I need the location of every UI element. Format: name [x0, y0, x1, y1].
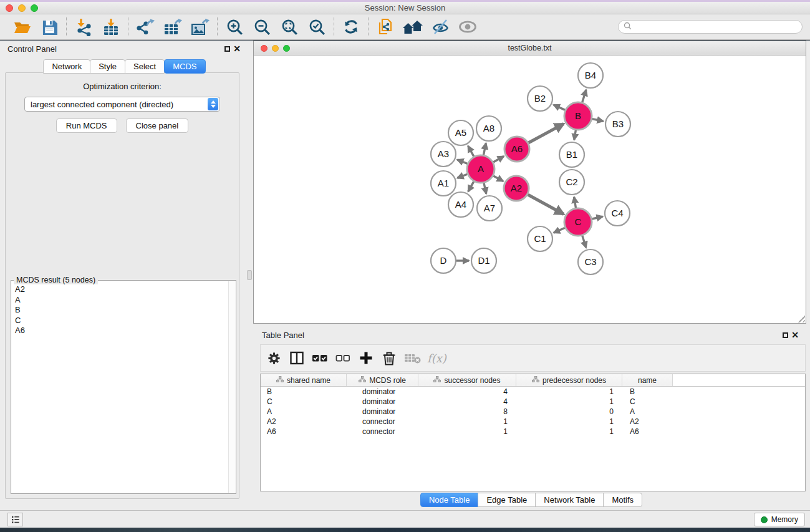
table-row-A2[interactable]: A2connector11A2 — [261, 417, 805, 427]
edge-A-A8[interactable] — [484, 143, 486, 155]
table-panel-float-icon[interactable] — [780, 330, 790, 340]
cell-name[interactable]: A — [622, 407, 673, 417]
table-panel-close-icon[interactable]: ✕ — [790, 330, 800, 340]
tab-motifs[interactable]: Motifs — [603, 493, 642, 507]
network-window-titlebar[interactable]: testGlobe.txt — [254, 41, 806, 56]
network-minimize-traffic-light[interactable] — [272, 45, 279, 52]
cell-shared-name[interactable]: A6 — [261, 427, 347, 437]
mcds-result-item[interactable]: A6 — [15, 326, 228, 336]
mcds-result-item[interactable]: C — [15, 316, 228, 326]
edge-A-A6[interactable] — [493, 157, 504, 162]
edge-A-A5[interactable] — [468, 146, 474, 157]
mcds-result-item[interactable]: B — [15, 305, 228, 316]
clone-network-icon[interactable] — [375, 17, 395, 37]
search-field[interactable] — [618, 20, 803, 34]
cell-predecessor-nodes[interactable]: 1 — [516, 427, 622, 437]
zoom-in-icon[interactable] — [224, 17, 244, 37]
refresh-icon[interactable] — [341, 17, 361, 37]
edge-A6-B[interactable] — [528, 123, 564, 143]
edge-C-C2[interactable] — [574, 197, 576, 208]
cell-mcds-role[interactable]: dominator — [347, 407, 418, 417]
memory-button[interactable]: Memory — [754, 513, 805, 526]
minimize-traffic-light[interactable] — [18, 4, 26, 12]
cell-successor-nodes[interactable]: 1 — [418, 417, 516, 427]
import-network-icon[interactable] — [74, 17, 94, 37]
tab-mcds[interactable]: MCDS — [164, 59, 205, 74]
edge-A-A7[interactable] — [484, 183, 486, 193]
result-scrollbar[interactable] — [228, 281, 235, 493]
cell-successor-nodes[interactable]: 4 — [418, 387, 516, 397]
tab-network-table[interactable]: Network Table — [535, 493, 604, 507]
mcds-result-item[interactable]: A — [15, 295, 228, 306]
cell-shared-name[interactable]: A2 — [261, 417, 347, 427]
network-canvas[interactable]: B4B2BB3A8A5A6A3B1AC2A1A2A4A7C4CC1DD1C3 — [254, 56, 806, 323]
cell-name[interactable]: C — [622, 397, 673, 407]
open-folder-icon[interactable] — [12, 17, 32, 37]
edge-A-A1[interactable] — [457, 174, 467, 178]
cell-successor-nodes[interactable]: 8 — [418, 407, 516, 417]
zoom-traffic-light[interactable] — [31, 4, 38, 12]
edge-C-C1[interactable] — [554, 228, 565, 233]
cell-name[interactable]: B — [622, 387, 673, 397]
export-image-icon[interactable] — [190, 17, 210, 37]
select-all-checkboxes-icon[interactable] — [311, 349, 329, 367]
cell-mcds-role[interactable]: dominator — [347, 387, 418, 397]
edge-A-A4[interactable] — [468, 181, 474, 191]
show-graphics-eye-icon[interactable] — [458, 17, 478, 37]
hide-graphics-eye-slash-icon[interactable] — [430, 17, 450, 37]
home-pair-icon[interactable] — [403, 17, 423, 37]
export-table-icon[interactable] — [163, 17, 183, 37]
panels-menu-button[interactable] — [7, 513, 23, 526]
edge-C-C4[interactable] — [592, 216, 602, 219]
edge-A-A2[interactable] — [493, 176, 503, 181]
control-panel-close-icon[interactable]: ✕ — [232, 44, 242, 54]
import-table-icon[interactable] — [101, 17, 121, 37]
close-traffic-light[interactable] — [6, 4, 13, 12]
add-column-plus-icon[interactable] — [357, 349, 375, 367]
edge-B-B4[interactable] — [582, 90, 586, 102]
column-header-predecessor-nodes[interactable]: predecessor nodes — [516, 374, 622, 386]
cell-successor-nodes[interactable]: 1 — [418, 427, 516, 437]
cell-shared-name[interactable]: B — [261, 387, 347, 397]
control-panel-float-icon[interactable] — [222, 44, 232, 54]
cell-predecessor-nodes[interactable]: 1 — [516, 387, 622, 397]
network-zoom-traffic-light[interactable] — [283, 45, 290, 52]
table-row-C[interactable]: Cdominator41C — [261, 397, 805, 407]
cell-predecessor-nodes[interactable]: 1 — [516, 397, 622, 407]
save-floppy-icon[interactable] — [39, 17, 59, 37]
edge-A-A3[interactable] — [457, 160, 467, 164]
tab-network[interactable]: Network — [43, 59, 90, 74]
cell-mcds-role[interactable]: connector — [347, 417, 418, 427]
tab-edge-table[interactable]: Edge Table — [478, 493, 536, 507]
column-header-shared-name[interactable]: shared name — [261, 374, 347, 386]
zoom-out-icon[interactable] — [252, 17, 272, 37]
settings-gear-icon[interactable] — [264, 349, 283, 367]
cell-shared-name[interactable]: A — [261, 407, 347, 417]
edge-C-C3[interactable] — [582, 236, 586, 248]
column-header-successor-nodes[interactable]: successor nodes — [418, 374, 516, 386]
column-header-name[interactable]: name — [622, 374, 673, 386]
show-columns-icon[interactable] — [287, 349, 306, 367]
column-header-mcds-role[interactable]: MCDS role — [347, 374, 418, 386]
deselect-all-checkboxes-icon[interactable] — [334, 349, 352, 367]
run-mcds-button[interactable]: Run MCDS — [56, 118, 117, 133]
table-row-A[interactable]: Adominator80A — [261, 407, 805, 417]
cell-name[interactable]: A6 — [622, 427, 673, 437]
criterion-select[interactable]: largest connected component (directed) — [24, 97, 220, 112]
edge-B-B1[interactable] — [574, 130, 576, 140]
search-input[interactable] — [634, 22, 797, 31]
function-builder-fx-icon[interactable]: f(x) — [426, 352, 446, 365]
edge-B-B2[interactable] — [554, 105, 565, 110]
cell-predecessor-nodes[interactable]: 1 — [516, 417, 622, 427]
mcds-result-item[interactable]: A2 — [15, 284, 228, 295]
export-network-icon[interactable] — [135, 17, 155, 37]
table-row-A6[interactable]: A6connector11A6 — [261, 427, 805, 437]
cell-mcds-role[interactable]: dominator — [347, 397, 418, 407]
panel-splitter-handle[interactable] — [247, 270, 252, 280]
close-panel-button[interactable]: Close panel — [126, 118, 189, 133]
edge-B-B3[interactable] — [592, 119, 604, 122]
table-row-B[interactable]: Bdominator41B — [261, 387, 805, 397]
cell-predecessor-nodes[interactable]: 0 — [516, 407, 622, 417]
zoom-selected-icon[interactable] — [307, 17, 327, 37]
network-close-traffic-light[interactable] — [261, 45, 268, 52]
